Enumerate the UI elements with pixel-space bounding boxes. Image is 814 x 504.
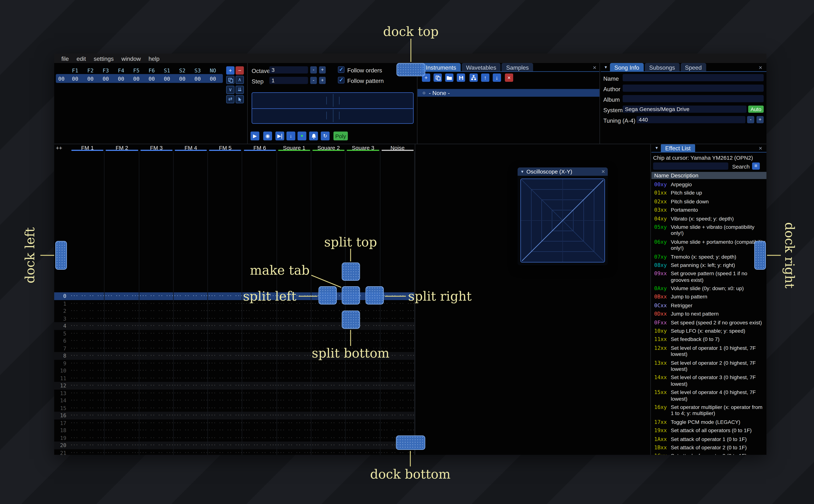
order-channel-no[interactable]: NO bbox=[205, 67, 221, 73]
system-auto-button[interactable]: Auto bbox=[748, 106, 764, 113]
effect-row-19xx[interactable]: 19xxSet attack of all operators (0 to 1F… bbox=[651, 426, 766, 435]
channel-header-fm-1[interactable]: FM 1 bbox=[70, 144, 105, 151]
tuning-increase-button[interactable]: + bbox=[757, 116, 764, 123]
order-cell[interactable]: 00 bbox=[83, 76, 98, 82]
tab-effect-list[interactable]: Effect List bbox=[661, 144, 695, 152]
dock-target-left[interactable] bbox=[55, 241, 67, 270]
menu-item-help[interactable]: help bbox=[145, 55, 163, 62]
order-cell[interactable]: 00 bbox=[67, 76, 83, 82]
tab-wavetables[interactable]: Wavetables bbox=[462, 63, 501, 71]
effect-row-07xy[interactable]: 07xyTremolo (x: speed; y: depth) bbox=[651, 252, 766, 261]
octave-decrease-button[interactable]: - bbox=[310, 66, 317, 74]
effect-row-01xx[interactable]: 01xxPitch slide up bbox=[651, 189, 766, 197]
order-cell[interactable]: 00 bbox=[129, 76, 144, 82]
effect-name-column[interactable]: Name bbox=[651, 172, 671, 179]
effect-row-1Bxx[interactable]: 1BxxSet attack of operator 2 (0 to 1F) bbox=[651, 443, 766, 452]
order-cell[interactable]: 00 bbox=[98, 76, 113, 82]
octave-increase-button[interactable]: + bbox=[319, 66, 326, 74]
instrument-list-item[interactable]: ○ - None - bbox=[417, 89, 600, 97]
channel-header-fm-2[interactable]: FM 2 bbox=[105, 144, 139, 151]
channel-header-fm-4[interactable]: FM 4 bbox=[174, 144, 208, 151]
order-add-button[interactable]: + bbox=[226, 66, 234, 75]
channel-header-noise[interactable]: Noise bbox=[380, 144, 415, 151]
octave-input[interactable]: 3 bbox=[269, 66, 308, 74]
order-channel-s2[interactable]: S2 bbox=[174, 67, 190, 73]
poly-toggle-button[interactable]: Poly bbox=[333, 132, 348, 140]
menu-item-settings[interactable]: settings bbox=[90, 55, 118, 62]
songinfo-close-icon[interactable]: × bbox=[759, 65, 762, 71]
order-cell[interactable]: 00 bbox=[144, 76, 159, 82]
edit-record-button[interactable]: ● bbox=[297, 132, 306, 140]
effect-description-column[interactable]: Description bbox=[671, 172, 698, 179]
effect-row-0Cxx[interactable]: 0CxxRetrigger bbox=[651, 301, 766, 310]
dock-target-top[interactable] bbox=[396, 63, 425, 76]
order-move-bottom-button[interactable]: ⇊ bbox=[235, 86, 244, 94]
play-pattern-button[interactable]: ◉ bbox=[263, 132, 272, 140]
menu-item-window[interactable]: window bbox=[118, 55, 145, 62]
system-field[interactable]: Sega Genesis/Mega Drive bbox=[623, 106, 747, 113]
tab-song-info[interactable]: Song Info bbox=[610, 63, 644, 71]
tuning-decrease-button[interactable]: - bbox=[747, 116, 754, 123]
instrument-move-up-button[interactable]: ↑ bbox=[481, 74, 490, 82]
instrument-move-down-button[interactable]: ↓ bbox=[493, 74, 501, 82]
order-cell[interactable]: 00 bbox=[113, 76, 129, 82]
order-move-down-button[interactable]: ∨ bbox=[226, 86, 234, 94]
oscilloscope-close-icon[interactable]: × bbox=[602, 169, 605, 175]
order-edit-mode-button[interactable] bbox=[235, 95, 244, 103]
tab-speed[interactable]: Speed bbox=[681, 63, 706, 71]
effect-row-05xy[interactable]: 05xyVolume slide + vibrato (compatibilit… bbox=[651, 223, 766, 237]
effectlist-close-icon[interactable]: × bbox=[759, 145, 762, 151]
effect-search-input[interactable] bbox=[653, 162, 728, 170]
effect-row-06xy[interactable]: 06xyVolume slide + portamento (compatibi… bbox=[651, 237, 766, 252]
dock-target-bottom[interactable] bbox=[396, 435, 425, 450]
effect-row-16xy[interactable]: 16xySet operator multiplier (x: operator… bbox=[651, 403, 766, 418]
effect-row-09xx[interactable]: 09xxSet groove pattern (speed 1 if no gr… bbox=[651, 269, 766, 284]
instrument-organize-button[interactable] bbox=[470, 74, 478, 82]
order-remove-button[interactable]: − bbox=[235, 66, 244, 75]
collapse-arrow-icon[interactable]: ▼ bbox=[520, 170, 524, 174]
dock-target-split-top[interactable] bbox=[342, 263, 360, 281]
effect-row-03xx[interactable]: 03xxPortamento bbox=[651, 206, 766, 214]
oscilloscope-window[interactable]: ▼ Oscilloscope (X-Y) × bbox=[518, 167, 608, 265]
instrument-delete-button[interactable]: × bbox=[505, 74, 513, 82]
order-cell[interactable]: 00 bbox=[190, 76, 205, 82]
dock-target-right[interactable] bbox=[754, 241, 766, 270]
order-channel-f3[interactable]: F3 bbox=[98, 67, 113, 73]
effect-row-00xy[interactable]: 00xyArpeggio bbox=[651, 180, 766, 189]
effect-row-04xy[interactable]: 04xyVibrato (x: speed; y: depth) bbox=[651, 214, 766, 223]
effect-row-1Cxx[interactable]: 1CxxSet attack of operator 3 (0 to 1F) bbox=[651, 452, 766, 455]
instruments-close-icon[interactable]: × bbox=[593, 65, 596, 71]
dock-target-split-left[interactable] bbox=[318, 286, 337, 305]
instrument-duplicate-button[interactable] bbox=[434, 74, 442, 82]
step-input[interactable]: 1 bbox=[269, 77, 308, 84]
menu-item-edit[interactable]: edit bbox=[73, 55, 90, 62]
effect-row-0Dxx[interactable]: 0DxxJump to next pattern bbox=[651, 310, 766, 318]
effect-row-0Axy[interactable]: 0AxyVolume slide (0y: down; x0: up) bbox=[651, 284, 766, 293]
instrument-save-button[interactable] bbox=[457, 74, 465, 82]
order-channel-f5[interactable]: F5 bbox=[129, 67, 144, 73]
effect-row-0Bxx[interactable]: 0BxxJump to pattern bbox=[651, 293, 766, 301]
order-channel-s3[interactable]: S3 bbox=[190, 67, 205, 73]
order-move-up-button[interactable]: ∧ bbox=[235, 76, 244, 84]
step-decrease-button[interactable]: - bbox=[310, 77, 317, 84]
effect-row-14xx[interactable]: 14xxSet level of operator 3 (0 highest, … bbox=[651, 373, 766, 388]
order-channel-f2[interactable]: F2 bbox=[83, 67, 98, 73]
move-cursor-down-button[interactable]: ↓ bbox=[286, 132, 295, 140]
effect-row-17xx[interactable]: 17xxToggle PCM mode (LEGACY) bbox=[651, 418, 766, 426]
oscilloscope-titlebar[interactable]: ▼ Oscilloscope (X-Y) × bbox=[518, 167, 608, 176]
repeat-pattern-button[interactable]: ↻ bbox=[321, 132, 329, 140]
order-change-mode-button[interactable]: ⇄ bbox=[226, 95, 234, 103]
channel-header-fm-6[interactable]: FM 6 bbox=[242, 144, 277, 151]
effect-row-10xy[interactable]: 10xySetup LFO (x: enable; y: speed) bbox=[651, 327, 766, 335]
tuning-field[interactable]: 440 bbox=[637, 116, 745, 123]
order-duplicate-button[interactable] bbox=[226, 76, 234, 84]
order-channel-f1[interactable]: F1 bbox=[67, 67, 83, 73]
author-field[interactable] bbox=[623, 85, 764, 92]
metronome-button[interactable] bbox=[309, 132, 318, 140]
name-field[interactable] bbox=[623, 74, 764, 81]
instrument-open-button[interactable] bbox=[445, 74, 454, 82]
order-cell[interactable]: 00 bbox=[174, 76, 190, 82]
order-channel-f4[interactable]: F4 bbox=[113, 67, 129, 73]
channel-header-square-3[interactable]: Square 3 bbox=[346, 144, 380, 151]
collapse-arrow-icon[interactable]: ▼ bbox=[655, 146, 659, 150]
